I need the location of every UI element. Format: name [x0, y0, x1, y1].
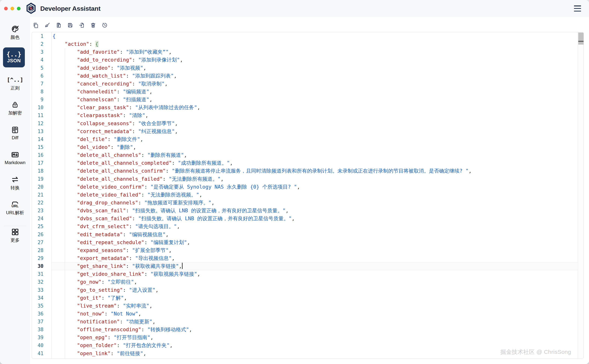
code-line[interactable]: 13 "correct_metadata": "纠正视频信息",	[32, 127, 578, 135]
history-button[interactable]	[101, 22, 108, 29]
delete-button[interactable]	[90, 22, 97, 29]
line-content: "correct_metadata": "纠正视频信息",	[51, 127, 578, 135]
code-area: 1{2 "action": {3 "add_favorite": "添加到“收藏…	[32, 32, 578, 358]
line-number: 38	[32, 326, 51, 333]
code-line[interactable]: 35 "live_stream": "实时串流",	[32, 302, 578, 310]
code-line[interactable]: 34 "got_it": "了解",	[32, 294, 578, 302]
code-line[interactable]: 30 "get_share_link": "获取收藏共享链接",	[32, 262, 578, 270]
line-content: {	[51, 32, 578, 40]
line-number: 28	[32, 246, 51, 254]
line-number: 41	[32, 350, 51, 358]
sidebar-item-json[interactable]: {..} JSON	[3, 47, 25, 67]
sidebar-item-more[interactable]: 更多	[0, 228, 30, 243]
code-line[interactable]: 10 "clear_pass_task": "从列表中清除过去的任务",	[32, 104, 578, 111]
code-line[interactable]: 15 "del_video": "删除",	[32, 143, 578, 151]
code-line[interactable]: 40 "open_folder": "打开包含的文件夹",	[32, 341, 578, 349]
broom-icon	[44, 22, 50, 28]
code-line[interactable]: 1{	[32, 32, 578, 40]
zip-file-icon	[56, 22, 62, 28]
code-line[interactable]: 23 "dvbs_scan_fail": "扫描失败。请确认 LNB 的设置正确…	[32, 207, 578, 214]
line-number: 33	[32, 286, 51, 294]
app-logo-icon	[26, 2, 36, 14]
line-number: 30	[32, 262, 51, 270]
zoom-button[interactable]	[17, 7, 20, 10]
code-line[interactable]: 28 "expand_seasons": "扩展全部季节",	[32, 246, 578, 254]
code-line[interactable]: 21 "delete_video_failed": "无法删除所选视频。",	[32, 191, 578, 199]
code-line[interactable]: 39 "open_epg": "打开节目指南",	[32, 333, 578, 341]
sidebar-item-convert[interactable]: 转换	[0, 176, 30, 191]
code-line[interactable]: 27 "edit_repeat_schedule": "编辑重复计划",	[32, 239, 578, 246]
code-line[interactable]: 16 "delete_all_channels": "删除所有频道",	[32, 151, 578, 159]
sidebar-item-diff[interactable]: Diff	[0, 126, 30, 140]
code-line[interactable]: 32 "go_now": "立即前往",	[32, 278, 578, 286]
code-line[interactable]: 7 "cancel_recording": "取消录制",	[32, 80, 578, 88]
sidebar-divider	[4, 226, 26, 226]
code-line[interactable]: 3 "add_favorite": "添加到“收藏夹”",	[32, 48, 578, 56]
code-line[interactable]: 38 "offline_transcoding": "转换到移动格式",	[32, 326, 578, 333]
hamburger-menu-icon[interactable]	[574, 5, 581, 12]
code-line[interactable]: 33 "go_to_setting": "进入设置",	[32, 286, 578, 294]
import-button[interactable]	[78, 22, 85, 29]
watermark: 掘金技术社区 @ ChrisSong	[500, 348, 571, 356]
app-title: Developer Assistant	[40, 0, 100, 17]
json-editor[interactable]: 1{2 "action": {3 "add_favorite": "添加到“收藏…	[32, 32, 584, 359]
sidebar-item-label: URL解析	[6, 210, 24, 216]
line-number: 42	[32, 358, 51, 358]
line-content: "delete_all_channels_failed": "无法删除所有频道。…	[51, 175, 578, 183]
line-content: "dvt_cfrm_select": "请先勾选项目。",	[51, 222, 578, 230]
app-window: Developer Assistant 颜色 {..} JSON [^..] 正…	[0, 0, 589, 364]
code-line[interactable]: 42 "open_video": "打开视频",	[32, 358, 578, 358]
line-number: 7	[32, 80, 51, 88]
code-line[interactable]: 22 "drag_drop_channels": "拖放频道可重新安排顺序。",	[32, 199, 578, 207]
minimize-button[interactable]	[11, 7, 14, 10]
code-line[interactable]: 36 "not_now": "Not Now",	[32, 310, 578, 318]
line-number: 27	[32, 239, 51, 246]
code-line[interactable]: 25 "dvt_cfrm_select": "请先勾选项目。",	[32, 222, 578, 230]
code-line[interactable]: 11 "clearpasstask": "清除",	[32, 111, 578, 119]
close-button[interactable]	[4, 7, 8, 10]
line-number: 5	[32, 64, 51, 72]
save-icon	[67, 22, 73, 28]
trash-icon	[90, 22, 96, 28]
code-line[interactable]: 37 "notification": "功能更新",	[32, 318, 578, 326]
code-line[interactable]: 2 "action": {	[32, 40, 578, 48]
sidebar-item-color[interactable]: 颜色	[0, 25, 30, 40]
sidebar-item-markdown[interactable]: Markdown	[0, 150, 30, 165]
clean-button[interactable]	[44, 22, 51, 29]
sidebar-item-label: 颜色	[11, 34, 19, 40]
code-line[interactable]: 8 "channeledit": "编辑频道",	[32, 88, 578, 96]
sidebar-item-label: Diff	[12, 135, 19, 140]
code-line[interactable]: 31 "get_video_share_link": "获取视频共享链接",	[32, 270, 578, 278]
sidebar-item-label: 正则	[11, 85, 19, 91]
code-line[interactable]: 9 "channelscan": "扫描频道",	[32, 96, 578, 104]
sidebar-item-url[interactable]: URL URL解析	[0, 200, 30, 216]
sidebar-item-crypto[interactable]: 加解密	[0, 100, 30, 116]
line-number: 11	[32, 111, 51, 119]
compress-button[interactable]	[55, 22, 62, 29]
vertical-scrollbar[interactable]	[578, 32, 583, 358]
code-line[interactable]: 26 "edit_metadata": "编辑视频信息",	[32, 231, 578, 239]
scrollbar-cursor-mark	[578, 41, 583, 42]
line-number: 16	[32, 151, 51, 159]
code-line[interactable]: 24 "dvbs_scan_failed": "扫描失败。请确认 LNB 的设置…	[32, 214, 578, 222]
line-content: "add_video": "添加视频",	[51, 64, 578, 72]
editor-toolbar	[32, 22, 108, 29]
code-line[interactable]: 14 "del_file": "删除文件",	[32, 135, 578, 143]
code-line[interactable]: 29 "export_metadata": "导出视频信息",	[32, 254, 578, 262]
code-line[interactable]: 41 "open_link": "前往链接",	[32, 350, 578, 358]
line-content: "edit_repeat_schedule": "编辑重复计划",	[51, 239, 578, 246]
code-line[interactable]: 12 "collapse_seasons": "收合全部季节",	[32, 119, 578, 127]
scrollbar-thumb[interactable]	[578, 32, 583, 45]
code-line[interactable]: 6 "add_watch_list": "添加到跟踪列表",	[32, 72, 578, 80]
code-line[interactable]: 19 "delete_all_channels_failed": "无法删除所有…	[32, 175, 578, 183]
copy-button[interactable]	[32, 22, 39, 29]
code-line[interactable]: 17 "delete_all_channels_completed": "成功删…	[32, 159, 578, 167]
save-button[interactable]	[67, 22, 74, 29]
code-line[interactable]: 4 "add_to_recording": "添加到录像计划",	[32, 56, 578, 64]
sidebar-item-regex[interactable]: [^..] 正则	[0, 76, 30, 91]
line-content: "channelscan": "扫描频道",	[51, 96, 578, 104]
line-content: "go_now": "立即前往",	[51, 278, 578, 286]
code-line[interactable]: 5 "add_video": "添加视频",	[32, 64, 578, 72]
code-line[interactable]: 18 "delete_all_channels_confirm": "删除所有频…	[32, 167, 578, 175]
code-line[interactable]: 20 "delete_video_confirm": "是否确定要从 Synol…	[32, 183, 578, 191]
